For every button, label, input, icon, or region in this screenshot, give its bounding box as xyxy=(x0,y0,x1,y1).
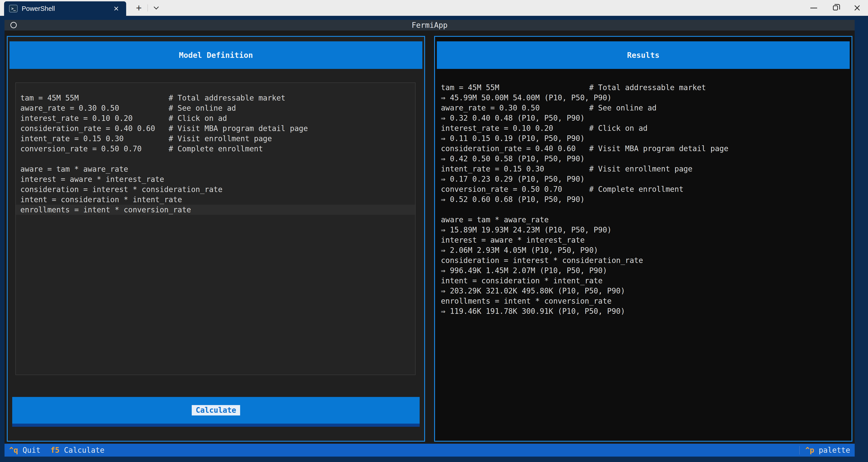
new-tab-button[interactable]: + xyxy=(132,3,145,13)
status-bar: ^q Quit f5 Calculate ^p palette xyxy=(4,444,855,457)
close-icon xyxy=(114,6,119,11)
editor-line[interactable]: tam = 45M 55M # Total addressable market xyxy=(16,93,415,103)
results-panel: Results tam = 45M 55M # Total addressabl… xyxy=(434,36,852,442)
tab-bar-divider xyxy=(147,4,148,11)
result-line: aware_rate = 0.30 0.50 # See online ad xyxy=(441,103,851,113)
tab-bar: >_ PowerShell + xyxy=(0,0,868,16)
results-header: Results xyxy=(437,41,850,69)
result-line: ⇒ 0.52 0.60 0.68 (P10, P50, P90) xyxy=(441,194,851,204)
status-bar-right: ^p palette xyxy=(799,446,850,455)
result-line: intent = consideration * intent_rate xyxy=(441,276,851,286)
editor-line[interactable]: aware = tam * aware_rate xyxy=(16,164,415,174)
result-line: enrollments = intent * conversion_rate xyxy=(441,296,851,306)
footer-key-palette-binding: ^p xyxy=(805,446,814,455)
calculate-button-label: Calculate xyxy=(192,405,240,416)
editor-line[interactable]: consideration = interest * consideration… xyxy=(16,184,415,195)
result-line: intent_rate = 0.15 0.30 # Visit enrollme… xyxy=(441,164,851,174)
window-controls xyxy=(803,0,868,16)
editor-line[interactable] xyxy=(16,154,415,164)
editor-line[interactable]: consideration_rate = 0.40 0.60 # Visit M… xyxy=(16,123,415,134)
footer-key-calculate-binding: f5 xyxy=(51,446,59,455)
result-line: ⇒ 0.32 0.40 0.48 (P10, P50, P90) xyxy=(441,113,851,123)
editor-line[interactable]: aware_rate = 0.30 0.50 # See online ad xyxy=(16,103,415,113)
tab-close-button[interactable] xyxy=(111,4,121,13)
terminal-content: FermiApp Model Definition tam = 45M 55M … xyxy=(4,20,855,457)
result-line: interest_rate = 0.10 0.20 # Click on ad xyxy=(441,123,851,133)
result-line: tam = 45M 55M # Total addressable market xyxy=(441,82,851,93)
result-line: ⇒ 0.11 0.15 0.19 (P10, P50, P90) xyxy=(441,133,851,143)
result-line: ⇒ 0.42 0.50 0.58 (P10, P50, P90) xyxy=(441,154,851,164)
tab-title: PowerShell xyxy=(22,5,55,12)
editor-line[interactable]: intent = consideration * intent_rate xyxy=(16,195,415,205)
model-definition-panel: Model Definition tam = 45M 55M # Total a… xyxy=(7,36,425,442)
footer-key-quit-label: Quit xyxy=(23,446,40,455)
editor-line[interactable]: interest_rate = 0.10 0.20 # Click on ad xyxy=(16,113,415,123)
results-output: tam = 45M 55M # Total addressable market… xyxy=(435,69,851,441)
model-editor[interactable]: tam = 45M 55M # Total addressable market… xyxy=(16,82,415,375)
close-icon xyxy=(854,4,861,11)
result-line: ⇒ 45.99M 50.00M 54.00M (P10, P50, P90) xyxy=(441,93,851,103)
footer-key-calculate-label: Calculate xyxy=(64,446,104,455)
minimize-icon xyxy=(810,8,817,8)
result-line: ⇒ 119.46K 191.78K 300.91K (P10, P50, P90… xyxy=(441,306,851,316)
app-title: FermiApp xyxy=(412,21,448,30)
result-line: consideration_rate = 0.40 0.60 # Visit M… xyxy=(441,143,851,154)
footer-key-palette[interactable]: ^p palette xyxy=(805,446,850,455)
result-line: aware = tam * aware_rate xyxy=(441,214,851,225)
tab-powershell[interactable]: >_ PowerShell xyxy=(4,1,126,16)
restore-button[interactable] xyxy=(825,0,846,16)
result-line: ⇒ 203.29K 321.02K 495.80K (P10, P50, P90… xyxy=(441,286,851,296)
result-line: ⇒ 996.49K 1.45M 2.07M (P10, P50, P90) xyxy=(441,265,851,276)
result-line: consideration = interest * consideration… xyxy=(441,255,851,265)
result-line: conversion_rate = 0.50 0.70 # Complete e… xyxy=(441,184,851,194)
tab-dropdown-button[interactable] xyxy=(150,3,162,13)
close-button[interactable] xyxy=(846,0,868,16)
editor-line[interactable]: conversion_rate = 0.50 0.70 # Complete e… xyxy=(16,144,415,154)
result-line: ⇒ 15.89M 19.93M 24.23M (P10, P50, P90) xyxy=(441,225,851,235)
result-line: ⇒ 0.17 0.23 0.29 (P10, P50, P90) xyxy=(441,174,851,184)
restore-icon xyxy=(833,5,838,10)
footer-key-quit-binding: ^q xyxy=(9,446,18,455)
chevron-down-icon xyxy=(154,4,159,9)
calculate-button[interactable]: Calculate xyxy=(12,397,420,427)
app-header: FermiApp xyxy=(4,20,855,31)
editor-line[interactable]: enrollments = intent * conversion_rate xyxy=(16,205,415,215)
results-title: Results xyxy=(627,51,659,60)
footer-key-palette-label: palette xyxy=(819,446,850,455)
window: { "window": { "tab_bar": { "active_tab":… xyxy=(0,0,868,462)
result-line: ⇒ 2.06M 2.93M 4.05M (P10, P50, P90) xyxy=(441,245,851,255)
footer-key-quit[interactable]: ^q Quit xyxy=(9,446,40,455)
footer-key-calculate[interactable]: f5 Calculate xyxy=(51,446,104,455)
result-line: interest = aware * interest_rate xyxy=(441,235,851,245)
status-bar-divider xyxy=(799,446,800,455)
editor-line[interactable]: intent_rate = 0.15 0.30 # Visit enrollme… xyxy=(16,134,415,144)
result-line xyxy=(441,204,851,214)
plus-icon: + xyxy=(136,2,142,13)
editor-line[interactable]: interest = aware * interest_rate xyxy=(16,174,415,184)
model-definition-title: Model Definition xyxy=(179,51,253,60)
circle-icon[interactable] xyxy=(10,22,17,28)
model-definition-header: Model Definition xyxy=(9,41,422,69)
minimize-button[interactable] xyxy=(803,0,825,16)
powershell-icon: >_ xyxy=(9,5,18,12)
